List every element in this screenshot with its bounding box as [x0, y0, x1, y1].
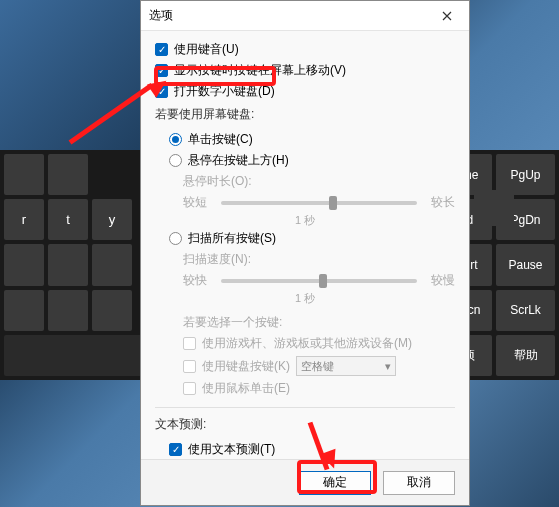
checkbox-mouse	[183, 382, 196, 395]
label-radio-hover: 悬停在按键上方(H)	[188, 152, 289, 169]
checkbox-joystick	[183, 337, 196, 350]
radio-click[interactable]	[169, 133, 182, 146]
checkbox-numpad[interactable]	[155, 85, 168, 98]
titlebar: 选项	[141, 1, 469, 31]
key[interactable]	[92, 244, 132, 285]
checkbox-hover-move[interactable]	[155, 64, 168, 77]
key-pause[interactable]: Pause	[496, 244, 555, 285]
key[interactable]	[48, 290, 88, 331]
key[interactable]	[92, 290, 132, 331]
key-scrlk[interactable]: ScrLk	[496, 290, 555, 331]
hover-duration-slider	[221, 201, 417, 205]
checkbox-prediction[interactable]	[169, 443, 182, 456]
ok-label: 确定	[323, 474, 347, 491]
label-mouse: 使用鼠标单击(E)	[202, 380, 290, 397]
key[interactable]	[4, 244, 44, 285]
hover-1sec: 1 秒	[155, 213, 455, 228]
label-short: 较短	[183, 194, 207, 211]
dialog-title: 选项	[149, 7, 173, 24]
scan-speed-slider	[221, 279, 417, 283]
label-slow: 较慢	[431, 272, 455, 289]
checkbox-sound[interactable]	[155, 43, 168, 56]
label-kbkey: 使用键盘按键(K)	[202, 358, 290, 375]
cancel-label: 取消	[407, 474, 431, 491]
options-dialog: 选项 使用键音(U) 显示按键时按键在屏幕上移动(V) 打开数字小键盘(D) 若…	[140, 0, 470, 506]
select-scan-key: 空格键 ▾	[296, 356, 396, 376]
button-bar: 确定 取消	[141, 459, 469, 505]
select-value: 空格键	[301, 359, 334, 374]
key[interactable]	[48, 154, 88, 195]
ok-button[interactable]: 确定	[299, 471, 371, 495]
label-fast: 较快	[183, 272, 207, 289]
label-long: 较长	[431, 194, 455, 211]
radio-scan[interactable]	[169, 232, 182, 245]
scan-1sec: 1 秒	[155, 291, 455, 306]
label-hover-move: 显示按键时按键在屏幕上移动(V)	[174, 62, 346, 79]
section-text-prediction: 文本预测:	[155, 416, 455, 433]
key[interactable]	[4, 290, 44, 331]
section-use-osk: 若要使用屏幕键盘:	[155, 106, 455, 123]
key-help[interactable]: 帮助	[496, 335, 555, 376]
label-hover-duration: 悬停时长(O):	[183, 173, 252, 190]
key-y[interactable]: y	[92, 199, 132, 240]
label-select-key: 若要选择一个按键:	[183, 314, 282, 331]
label-scan-speed: 扫描速度(N):	[183, 251, 251, 268]
key[interactable]	[4, 154, 44, 195]
radio-hover[interactable]	[169, 154, 182, 167]
label-joystick: 使用游戏杆、游戏板或其他游戏设备(M)	[202, 335, 412, 352]
close-button[interactable]	[433, 5, 461, 27]
key-r[interactable]: r	[4, 199, 44, 240]
key-t[interactable]: t	[48, 199, 88, 240]
label-numpad: 打开数字小键盘(D)	[174, 83, 275, 100]
label-radio-scan: 扫描所有按键(S)	[188, 230, 276, 247]
close-icon	[442, 11, 452, 21]
label-sound: 使用键音(U)	[174, 41, 239, 58]
label-prediction: 使用文本预测(T)	[188, 441, 275, 458]
chevron-down-icon: ▾	[385, 360, 391, 373]
key[interactable]	[48, 244, 88, 285]
cancel-button[interactable]: 取消	[383, 471, 455, 495]
key-del[interactable]: Del	[474, 190, 514, 226]
checkbox-kbkey	[183, 360, 196, 373]
label-radio-click: 单击按键(C)	[188, 131, 253, 148]
dialog-content: 使用键音(U) 显示按键时按键在屏幕上移动(V) 打开数字小键盘(D) 若要使用…	[141, 31, 469, 459]
